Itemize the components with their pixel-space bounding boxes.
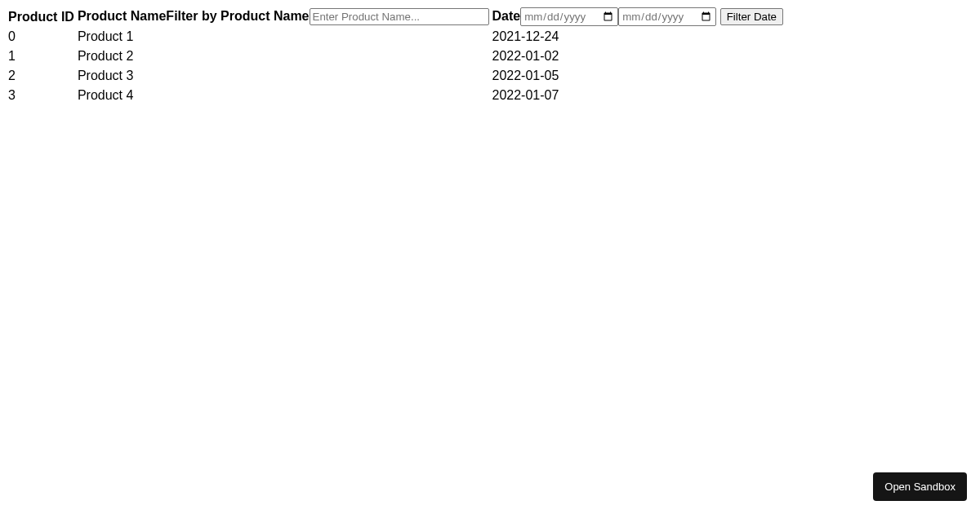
- table-body: 0Product 12021-12-241Product 22022-01-02…: [7, 27, 785, 105]
- cell-product-id: 1: [7, 47, 76, 66]
- filter-name-label: Filter by Product Name: [166, 9, 309, 23]
- filter-name-input[interactable]: [310, 8, 489, 25]
- header-date: Date Filter Date: [491, 7, 785, 27]
- cell-product-name: Product 3: [76, 66, 491, 86]
- table-row: 3Product 42022-01-07: [7, 86, 785, 105]
- date-from-input[interactable]: [520, 7, 618, 26]
- cell-product-id: 3: [7, 86, 76, 105]
- header-product-id: Product ID: [7, 7, 76, 27]
- table-row: 0Product 12021-12-24: [7, 27, 785, 47]
- header-product-name-label: Product Name: [78, 9, 166, 23]
- table-header-row: Product ID Product NameFilter by Product…: [7, 7, 785, 27]
- cell-date: 2022-01-02: [491, 47, 785, 66]
- cell-product-id: 0: [7, 27, 76, 47]
- filter-date-button[interactable]: Filter Date: [720, 8, 783, 25]
- cell-date: 2022-01-07: [491, 86, 785, 105]
- cell-date: 2021-12-24: [491, 27, 785, 47]
- table-row: 1Product 22022-01-02: [7, 47, 785, 66]
- header-product-name: Product NameFilter by Product Name: [76, 7, 491, 27]
- header-date-label: Date: [492, 9, 521, 23]
- cell-product-name: Product 4: [76, 86, 491, 105]
- product-table: Product ID Product NameFilter by Product…: [7, 7, 785, 105]
- cell-product-id: 2: [7, 66, 76, 86]
- date-to-input[interactable]: [618, 7, 716, 26]
- cell-date: 2022-01-05: [491, 66, 785, 86]
- cell-product-name: Product 1: [76, 27, 491, 47]
- cell-product-name: Product 2: [76, 47, 491, 66]
- table-row: 2Product 32022-01-05: [7, 66, 785, 86]
